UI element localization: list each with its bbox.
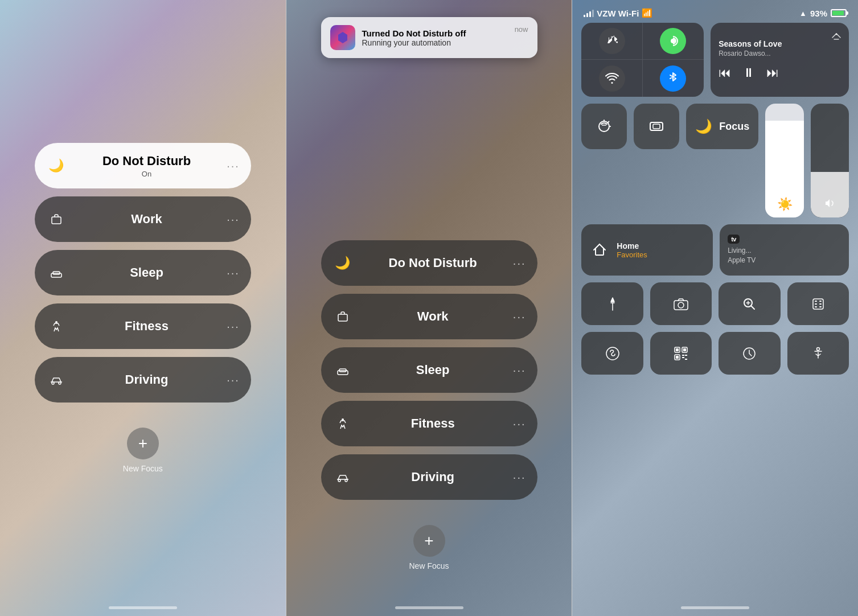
svg-point-20: [678, 302, 684, 308]
svg-rect-25: [815, 303, 817, 305]
svg-rect-38: [685, 359, 687, 360]
volume-icon: [824, 198, 835, 212]
clock-button[interactable]: [719, 332, 780, 375]
volume-slider[interactable]: [811, 104, 849, 217]
new-focus-circle-middle: +: [413, 525, 445, 557]
work-item[interactable]: Work ···: [35, 196, 251, 242]
work-label: Work: [67, 212, 227, 227]
battery-percent: 93%: [810, 9, 827, 18]
work-item-middle[interactable]: Work ···: [321, 294, 537, 339]
dnd-sublabel: On: [142, 170, 151, 178]
work-dots-middle[interactable]: ···: [513, 310, 526, 323]
fitness-label-middle: Fitness: [353, 416, 513, 431]
signal-bar-4: [592, 10, 594, 17]
svg-rect-17: [653, 124, 660, 129]
calculator-button[interactable]: [787, 282, 849, 325]
svg-rect-28: [819, 306, 822, 307]
fitness-dots-middle[interactable]: ···: [513, 417, 526, 430]
home-title: Home: [617, 241, 647, 250]
shazam-button[interactable]: [581, 332, 643, 375]
driving-dots-middle[interactable]: ···: [513, 471, 526, 484]
fitness-item[interactable]: Fitness ···: [35, 303, 251, 349]
cellular-button[interactable]: [643, 23, 704, 60]
qr-scanner-button[interactable]: [650, 332, 712, 375]
middle-panel: Turned Do Not Disturb off Running your a…: [286, 0, 572, 616]
svg-rect-0: [52, 217, 61, 224]
svg-point-12: [671, 39, 675, 43]
svg-rect-32: [683, 348, 686, 351]
carrier-label: VZW Wi-Fi: [597, 9, 639, 18]
home-tile[interactable]: Home Favorites: [581, 224, 713, 276]
svg-point-11: [345, 479, 347, 482]
new-focus-button-middle[interactable]: + New Focus: [409, 525, 449, 570]
left-panel: 🌙 Do Not Disturb On ··· Work ··· Sleep ·…: [0, 0, 286, 616]
work-icon-middle: [332, 306, 353, 327]
status-left: VZW Wi-Fi 📶: [584, 8, 652, 18]
appletv-tile[interactable]: tv Living...Apple TV: [720, 224, 849, 276]
screen-mirror-button[interactable]: [634, 104, 679, 149]
appletv-label: Living...Apple TV: [728, 246, 756, 265]
control-center: VZW Wi-Fi 📶 ▲ 93%: [572, 0, 858, 616]
driving-dots[interactable]: ···: [227, 373, 240, 387]
home-indicator-middle: [395, 606, 463, 609]
right-panel: VZW Wi-Fi 📶 ▲ 93%: [572, 0, 858, 616]
camera-button[interactable]: [650, 282, 712, 325]
signal-bars: [584, 9, 594, 17]
accessibility-button[interactable]: [787, 332, 849, 375]
work-label-middle: Work: [353, 309, 513, 324]
dnd-moon-icon: 🌙: [46, 155, 67, 176]
airplay-icon[interactable]: [831, 30, 842, 44]
status-bar: VZW Wi-Fi 📶 ▲ 93%: [572, 0, 858, 23]
svg-rect-37: [682, 357, 684, 358]
dnd-item-middle[interactable]: 🌙 Do Not Disturb ···: [321, 240, 537, 286]
prev-button[interactable]: ⏮: [719, 65, 731, 80]
driving-item[interactable]: Driving ···: [35, 357, 251, 403]
bluetooth-button[interactable]: [643, 60, 704, 97]
svg-rect-35: [682, 355, 684, 356]
svg-rect-30: [676, 348, 679, 351]
battery-fill: [832, 11, 844, 15]
dnd-dots-middle[interactable]: ···: [513, 257, 526, 270]
svg-rect-16: [650, 122, 663, 130]
dnd-label-middle: Do Not Disturb: [353, 256, 513, 270]
svg-point-5: [59, 382, 61, 384]
sleep-dots[interactable]: ···: [227, 266, 240, 280]
dnd-dots[interactable]: ···: [227, 159, 240, 173]
music-artist: Rosario Dawso...: [719, 50, 841, 58]
sleep-icon-middle: [332, 360, 353, 380]
brightness-slider[interactable]: ☀️: [765, 104, 803, 217]
flashlight-button[interactable]: [581, 282, 643, 325]
driving-icon: [46, 369, 67, 390]
fitness-icon: [46, 316, 67, 336]
fitness-item-middle[interactable]: Fitness ···: [321, 401, 537, 446]
magnifier-button[interactable]: [719, 282, 780, 325]
middle-focus-list: 🌙 Do Not Disturb ··· Work ··· Sleep ···: [286, 0, 572, 616]
driving-icon-middle: [332, 467, 353, 487]
cc-row-2: 🌙 Focus ☀️: [581, 104, 849, 217]
svg-point-10: [338, 479, 340, 482]
rotation-lock-button[interactable]: [581, 104, 627, 149]
dnd-label: Do Not Disturb: [102, 154, 191, 169]
focus-button[interactable]: 🌙 Focus: [686, 104, 758, 149]
sleep-dots-middle[interactable]: ···: [513, 364, 526, 377]
wifi-button[interactable]: [581, 60, 642, 97]
fitness-dots[interactable]: ···: [227, 320, 240, 333]
music-tile[interactable]: Seasons of Love Rosario Dawso... ⏮ ⏸ ⏭: [711, 23, 849, 97]
location-icon: ▲: [799, 9, 807, 18]
fitness-label: Fitness: [67, 319, 227, 334]
new-focus-button-left[interactable]: + New Focus: [123, 428, 163, 473]
dnd-item-active[interactable]: 🌙 Do Not Disturb On ···: [35, 143, 251, 188]
airplane-button[interactable]: [581, 23, 642, 60]
pause-button[interactable]: ⏸: [742, 65, 755, 80]
home-indicator-right: [681, 606, 749, 609]
sleep-item[interactable]: Sleep ···: [35, 250, 251, 295]
dnd-moon-icon-middle: 🌙: [332, 253, 353, 273]
work-dots[interactable]: ···: [227, 213, 240, 226]
sleep-item-middle[interactable]: Sleep ···: [321, 347, 537, 393]
svg-rect-6: [338, 314, 347, 321]
connectivity-tile: [581, 23, 704, 97]
home-sub: Favorites: [617, 250, 647, 259]
driving-item-middle[interactable]: Driving ···: [321, 454, 537, 500]
svg-rect-22: [813, 299, 823, 309]
next-button[interactable]: ⏭: [766, 65, 779, 80]
